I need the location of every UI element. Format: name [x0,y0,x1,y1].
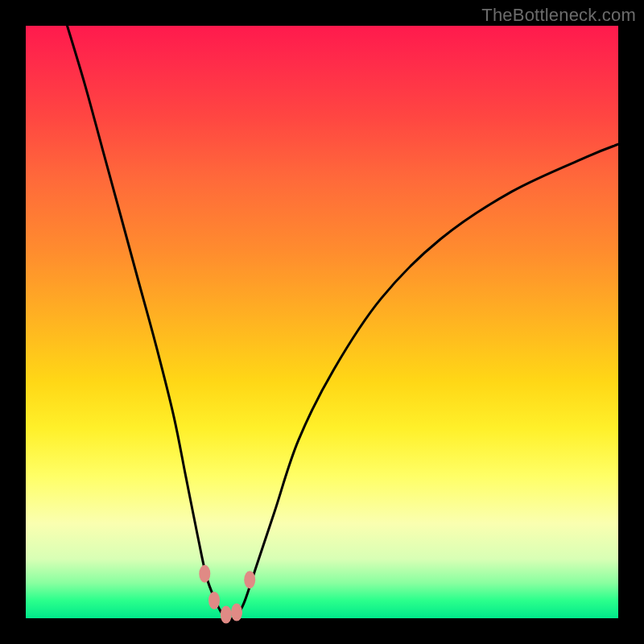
bottleneck-curve [68,26,619,619]
chart-frame: TheBottleneck.com [0,0,644,644]
marker-left-upper [199,565,210,583]
marker-right [244,571,255,588]
marker-bottom-left [221,606,232,624]
watermark-text: TheBottleneck.com [481,5,636,26]
marker-left-lower [208,592,220,609]
marker-bottom-right [231,604,242,621]
plot-area [26,26,618,618]
chart-svg [26,26,618,618]
